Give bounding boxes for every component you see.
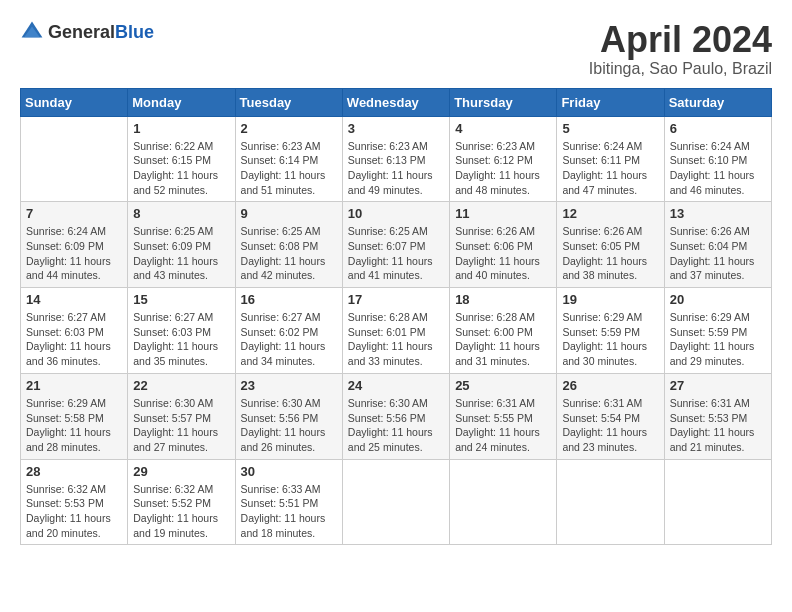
week-row-2: 14Sunrise: 6:27 AMSunset: 6:03 PMDayligh…	[21, 288, 772, 374]
day-info: Sunrise: 6:25 AMSunset: 6:07 PMDaylight:…	[348, 224, 444, 283]
day-cell: 27Sunrise: 6:31 AMSunset: 5:53 PMDayligh…	[664, 373, 771, 459]
day-cell: 2Sunrise: 6:23 AMSunset: 6:14 PMDaylight…	[235, 116, 342, 202]
weekday-header-tuesday: Tuesday	[235, 88, 342, 116]
day-info: Sunrise: 6:27 AMSunset: 6:02 PMDaylight:…	[241, 310, 337, 369]
day-info: Sunrise: 6:24 AMSunset: 6:10 PMDaylight:…	[670, 139, 766, 198]
day-number: 10	[348, 206, 444, 221]
day-number: 4	[455, 121, 551, 136]
day-cell: 23Sunrise: 6:30 AMSunset: 5:56 PMDayligh…	[235, 373, 342, 459]
day-info: Sunrise: 6:31 AMSunset: 5:53 PMDaylight:…	[670, 396, 766, 455]
day-cell	[21, 116, 128, 202]
day-number: 16	[241, 292, 337, 307]
day-cell: 4Sunrise: 6:23 AMSunset: 6:12 PMDaylight…	[450, 116, 557, 202]
day-cell: 6Sunrise: 6:24 AMSunset: 6:10 PMDaylight…	[664, 116, 771, 202]
day-number: 13	[670, 206, 766, 221]
day-number: 30	[241, 464, 337, 479]
day-number: 12	[562, 206, 658, 221]
day-cell: 18Sunrise: 6:28 AMSunset: 6:00 PMDayligh…	[450, 288, 557, 374]
day-number: 25	[455, 378, 551, 393]
week-row-4: 28Sunrise: 6:32 AMSunset: 5:53 PMDayligh…	[21, 459, 772, 545]
month-title: April 2024	[589, 20, 772, 60]
day-cell: 3Sunrise: 6:23 AMSunset: 6:13 PMDaylight…	[342, 116, 449, 202]
day-info: Sunrise: 6:31 AMSunset: 5:54 PMDaylight:…	[562, 396, 658, 455]
day-info: Sunrise: 6:26 AMSunset: 6:06 PMDaylight:…	[455, 224, 551, 283]
day-cell: 15Sunrise: 6:27 AMSunset: 6:03 PMDayligh…	[128, 288, 235, 374]
logo-icon	[20, 20, 44, 44]
day-number: 6	[670, 121, 766, 136]
header: GeneralBlue April 2024 Ibitinga, Sao Pau…	[20, 20, 772, 78]
day-info: Sunrise: 6:28 AMSunset: 6:01 PMDaylight:…	[348, 310, 444, 369]
day-cell: 11Sunrise: 6:26 AMSunset: 6:06 PMDayligh…	[450, 202, 557, 288]
day-cell: 7Sunrise: 6:24 AMSunset: 6:09 PMDaylight…	[21, 202, 128, 288]
day-number: 1	[133, 121, 229, 136]
day-number: 8	[133, 206, 229, 221]
day-number: 3	[348, 121, 444, 136]
day-cell: 24Sunrise: 6:30 AMSunset: 5:56 PMDayligh…	[342, 373, 449, 459]
day-info: Sunrise: 6:26 AMSunset: 6:05 PMDaylight:…	[562, 224, 658, 283]
day-cell: 22Sunrise: 6:30 AMSunset: 5:57 PMDayligh…	[128, 373, 235, 459]
day-cell: 29Sunrise: 6:32 AMSunset: 5:52 PMDayligh…	[128, 459, 235, 545]
day-info: Sunrise: 6:32 AMSunset: 5:53 PMDaylight:…	[26, 482, 122, 541]
day-number: 28	[26, 464, 122, 479]
day-cell	[342, 459, 449, 545]
week-row-1: 7Sunrise: 6:24 AMSunset: 6:09 PMDaylight…	[21, 202, 772, 288]
weekday-header-monday: Monday	[128, 88, 235, 116]
day-cell: 13Sunrise: 6:26 AMSunset: 6:04 PMDayligh…	[664, 202, 771, 288]
weekday-header-friday: Friday	[557, 88, 664, 116]
day-info: Sunrise: 6:30 AMSunset: 5:56 PMDaylight:…	[348, 396, 444, 455]
calendar-table: SundayMondayTuesdayWednesdayThursdayFrid…	[20, 88, 772, 546]
day-number: 24	[348, 378, 444, 393]
day-cell: 16Sunrise: 6:27 AMSunset: 6:02 PMDayligh…	[235, 288, 342, 374]
weekday-header-sunday: Sunday	[21, 88, 128, 116]
day-cell: 28Sunrise: 6:32 AMSunset: 5:53 PMDayligh…	[21, 459, 128, 545]
day-info: Sunrise: 6:23 AMSunset: 6:12 PMDaylight:…	[455, 139, 551, 198]
day-number: 11	[455, 206, 551, 221]
day-cell: 8Sunrise: 6:25 AMSunset: 6:09 PMDaylight…	[128, 202, 235, 288]
day-info: Sunrise: 6:30 AMSunset: 5:57 PMDaylight:…	[133, 396, 229, 455]
day-cell: 12Sunrise: 6:26 AMSunset: 6:05 PMDayligh…	[557, 202, 664, 288]
day-cell	[450, 459, 557, 545]
day-info: Sunrise: 6:29 AMSunset: 5:59 PMDaylight:…	[562, 310, 658, 369]
day-number: 18	[455, 292, 551, 307]
day-number: 22	[133, 378, 229, 393]
day-cell: 14Sunrise: 6:27 AMSunset: 6:03 PMDayligh…	[21, 288, 128, 374]
weekday-header-thursday: Thursday	[450, 88, 557, 116]
day-number: 20	[670, 292, 766, 307]
day-info: Sunrise: 6:31 AMSunset: 5:55 PMDaylight:…	[455, 396, 551, 455]
day-cell: 10Sunrise: 6:25 AMSunset: 6:07 PMDayligh…	[342, 202, 449, 288]
week-row-3: 21Sunrise: 6:29 AMSunset: 5:58 PMDayligh…	[21, 373, 772, 459]
day-info: Sunrise: 6:25 AMSunset: 6:09 PMDaylight:…	[133, 224, 229, 283]
day-cell: 19Sunrise: 6:29 AMSunset: 5:59 PMDayligh…	[557, 288, 664, 374]
day-number: 29	[133, 464, 229, 479]
day-info: Sunrise: 6:33 AMSunset: 5:51 PMDaylight:…	[241, 482, 337, 541]
day-cell: 5Sunrise: 6:24 AMSunset: 6:11 PMDaylight…	[557, 116, 664, 202]
day-info: Sunrise: 6:27 AMSunset: 6:03 PMDaylight:…	[133, 310, 229, 369]
day-number: 7	[26, 206, 122, 221]
day-cell: 17Sunrise: 6:28 AMSunset: 6:01 PMDayligh…	[342, 288, 449, 374]
day-info: Sunrise: 6:26 AMSunset: 6:04 PMDaylight:…	[670, 224, 766, 283]
day-info: Sunrise: 6:27 AMSunset: 6:03 PMDaylight:…	[26, 310, 122, 369]
day-number: 15	[133, 292, 229, 307]
day-number: 27	[670, 378, 766, 393]
logo-text-general: General	[48, 22, 115, 42]
day-info: Sunrise: 6:24 AMSunset: 6:11 PMDaylight:…	[562, 139, 658, 198]
week-row-0: 1Sunrise: 6:22 AMSunset: 6:15 PMDaylight…	[21, 116, 772, 202]
weekday-header-wednesday: Wednesday	[342, 88, 449, 116]
day-info: Sunrise: 6:23 AMSunset: 6:14 PMDaylight:…	[241, 139, 337, 198]
logo-text-blue: Blue	[115, 22, 154, 42]
day-info: Sunrise: 6:23 AMSunset: 6:13 PMDaylight:…	[348, 139, 444, 198]
day-cell: 21Sunrise: 6:29 AMSunset: 5:58 PMDayligh…	[21, 373, 128, 459]
day-cell: 26Sunrise: 6:31 AMSunset: 5:54 PMDayligh…	[557, 373, 664, 459]
day-number: 2	[241, 121, 337, 136]
day-info: Sunrise: 6:24 AMSunset: 6:09 PMDaylight:…	[26, 224, 122, 283]
day-number: 26	[562, 378, 658, 393]
day-info: Sunrise: 6:30 AMSunset: 5:56 PMDaylight:…	[241, 396, 337, 455]
day-cell: 20Sunrise: 6:29 AMSunset: 5:59 PMDayligh…	[664, 288, 771, 374]
weekday-header-saturday: Saturday	[664, 88, 771, 116]
day-number: 21	[26, 378, 122, 393]
day-cell	[664, 459, 771, 545]
day-info: Sunrise: 6:29 AMSunset: 5:59 PMDaylight:…	[670, 310, 766, 369]
day-cell: 9Sunrise: 6:25 AMSunset: 6:08 PMDaylight…	[235, 202, 342, 288]
day-info: Sunrise: 6:28 AMSunset: 6:00 PMDaylight:…	[455, 310, 551, 369]
day-info: Sunrise: 6:25 AMSunset: 6:08 PMDaylight:…	[241, 224, 337, 283]
